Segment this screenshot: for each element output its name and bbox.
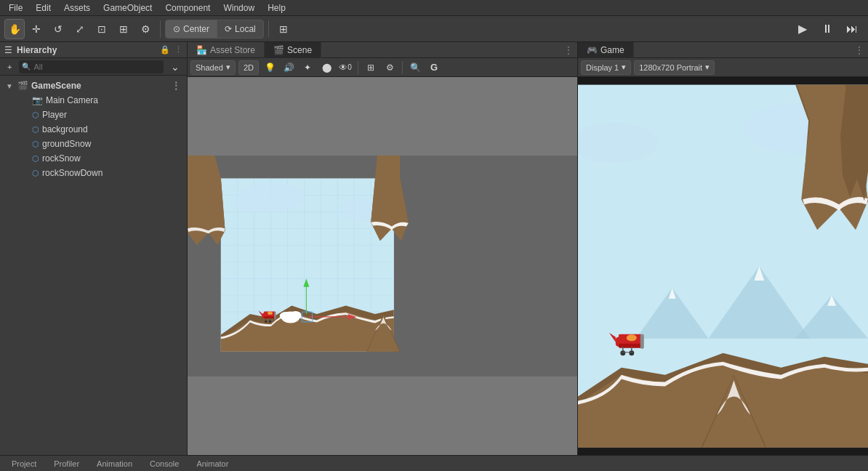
tool-custom[interactable]: ⚙ [135, 19, 156, 39]
hierarchy-toolbar: + 🔍 ⌄ [0, 58, 187, 76]
game-toolbar: Display 1 ▾ 1280x720 Portrait ▾ [578, 58, 868, 77]
pause-button[interactable]: ⏸ [816, 19, 839, 39]
groundsnow-label: groundSnow [42, 139, 91, 149]
scene-fx-btn[interactable]: ✦ [300, 60, 316, 75]
scene-skybox-btn[interactable]: ⬤ [318, 60, 334, 75]
tool-move[interactable]: ✛ [26, 19, 47, 39]
svg-point-41 [265, 321, 267, 323]
asset-store-label: Asset Store [210, 45, 255, 55]
scene-light-btn[interactable]: 💡 [262, 60, 278, 75]
scene-search-btn[interactable]: 🔍 [407, 60, 423, 75]
bottom-tab-animation[interactable]: Animation [89, 456, 140, 471]
scene-gizmos-btn[interactable]: 👁 0 [337, 60, 353, 75]
hierarchy-add-btn[interactable]: + [3, 60, 16, 74]
shading-dropdown[interactable]: Shaded ▾ [190, 60, 236, 75]
hierarchy-more-icon[interactable]: ⋮ [174, 45, 182, 55]
menu-window[interactable]: Window [217, 1, 260, 15]
hierarchy-search-input[interactable] [33, 63, 161, 71]
store-icon: 🏪 [196, 45, 207, 55]
tool-hand[interactable]: ✋ [4, 19, 25, 39]
menu-component[interactable]: Component [159, 1, 216, 15]
center-area: 🏪 Asset Store 🎬 Scene ⋮ Shaded ▾ 2D 💡 🔊 … [188, 42, 577, 455]
shading-label: Shaded [196, 63, 223, 72]
scene-toolbar: Shaded ▾ 2D 💡 🔊 ✦ ⬤ 👁 0 ⊞ ⚙ 🔍 G [188, 58, 577, 77]
scene-g-label[interactable]: G [426, 60, 442, 75]
tool-rotate[interactable]: ↺ [48, 19, 68, 39]
menu-assets[interactable]: Assets [58, 1, 96, 15]
gamescene-label: GameScene [31, 81, 81, 91]
hierarchy-item-groundsnow[interactable]: ⬡ groundSnow [0, 137, 187, 151]
svg-point-75 [620, 350, 625, 355]
tool-scale[interactable]: ⤢ [70, 19, 90, 39]
hierarchy-item-gamescene[interactable]: ▼ 🎬 GameScene ⋮ [0, 78, 187, 93]
svg-point-22 [233, 191, 275, 212]
menubar: File Edit Assets GameObject Component Wi… [0, 0, 868, 16]
game-resolution-label: 1280x720 Portrait [639, 63, 702, 72]
grid-btn[interactable]: ⊞ [273, 19, 294, 39]
hierarchy-panel: ☰ Hierarchy 🔒 ⋮ + 🔍 ⌄ ▼ 🎬 GameScene ⋮ [0, 42, 188, 455]
scene-settings-btn[interactable]: ⚙ [382, 60, 398, 75]
game-display-arrow: ▾ [622, 63, 626, 72]
hierarchy-search-options[interactable]: ⌄ [166, 60, 184, 74]
menu-gameobject[interactable]: GameObject [97, 1, 158, 15]
game-canvas [578, 77, 868, 455]
local-global-btn[interactable]: ⟳ Local [217, 20, 263, 38]
game-display-label: Display 1 [586, 63, 619, 72]
scene-canvas[interactable] [188, 77, 577, 455]
game-resolution-arrow: ▾ [705, 63, 710, 72]
2d-toggle[interactable]: 2D [238, 60, 259, 75]
menu-file[interactable]: File [3, 1, 28, 15]
hierarchy-lock-icon[interactable]: 🔒 [160, 45, 170, 55]
svg-rect-71 [640, 334, 644, 349]
hierarchy-item-background[interactable]: ⬡ background [0, 122, 187, 137]
rocksnow-label: rockSnow [42, 153, 81, 164]
tool-rect[interactable]: ⊡ [92, 19, 112, 39]
bottom-tab-animator[interactable]: Animator [189, 456, 236, 471]
game-display-dropdown[interactable]: Display 1 ▾ [581, 60, 631, 75]
gs-icon: ⬡ [32, 140, 39, 149]
step-button[interactable]: ⏭ [840, 19, 864, 39]
pivot-label: Center [183, 24, 209, 34]
hierarchy-item-rocksnowdown[interactable]: ⬡ rockSnowDown [0, 166, 187, 180]
hierarchy-title: Hierarchy [17, 45, 156, 55]
maincamera-label: Main Camera [46, 95, 98, 105]
scene-sep-2 [402, 61, 403, 74]
playback-controls: ▶ ⏸ ⏭ [791, 19, 864, 39]
separator-1 [160, 20, 161, 38]
game-tab-icon: 🎮 [587, 45, 598, 55]
toolbar: ✋ ✛ ↺ ⤢ ⊡ ⊞ ⚙ ⊙ Center ⟳ Local ⊞ ▶ ⏸ ⏭ [0, 16, 868, 42]
menu-edit[interactable]: Edit [30, 1, 57, 15]
tab-scene[interactable]: 🎬 Scene [265, 42, 321, 58]
tab-asset-store[interactable]: 🏪 Asset Store [188, 42, 265, 58]
svg-rect-37 [274, 312, 276, 319]
bottom-tab-project[interactable]: Project [4, 456, 44, 471]
plus-icon: + [7, 63, 12, 71]
gamescene-options-icon[interactable]: ⋮ [171, 80, 181, 92]
play-button[interactable]: ▶ [791, 19, 814, 39]
transform-group: ⊙ Center ⟳ Local [165, 20, 264, 39]
separator-2 [268, 20, 269, 38]
tab-game[interactable]: 🎮 Game [578, 42, 634, 58]
menu-help[interactable]: Help [262, 1, 292, 15]
rocksnowdown-label: rockSnowDown [42, 168, 103, 178]
center-pivot-btn[interactable]: ⊙ Center [166, 20, 217, 38]
center-tabs-bar: 🏪 Asset Store 🎬 Scene ⋮ [188, 42, 577, 58]
svg-point-76 [629, 350, 634, 355]
background-label: background [42, 124, 88, 134]
hierarchy-item-maincamera[interactable]: 📷 Main Camera [0, 93, 187, 108]
tool-transform[interactable]: ⊞ [113, 19, 134, 39]
scene-audio-btn[interactable]: 🔊 [281, 60, 297, 75]
player-icon: ⬡ [32, 110, 39, 120]
game-resolution-dropdown[interactable]: 1280x720 Portrait ▾ [634, 60, 715, 75]
bottom-tab-profiler[interactable]: Profiler [47, 456, 87, 471]
tabs-more-btn[interactable]: ⋮ [560, 45, 577, 55]
hierarchy-item-rocksnow[interactable]: ⬡ rockSnow [0, 151, 187, 166]
scene-grid-btn[interactable]: ⊞ [363, 60, 379, 75]
bottom-tab-console[interactable]: Console [142, 456, 186, 471]
hierarchy-search-box[interactable]: 🔍 [19, 60, 164, 73]
hierarchy-item-player[interactable]: ⬡ Player [0, 108, 187, 122]
svg-point-43 [268, 311, 273, 315]
game-tabs-more[interactable]: ⋮ [851, 45, 868, 55]
eye-icon: 👁 [339, 63, 347, 73]
svg-rect-70 [619, 344, 642, 348]
